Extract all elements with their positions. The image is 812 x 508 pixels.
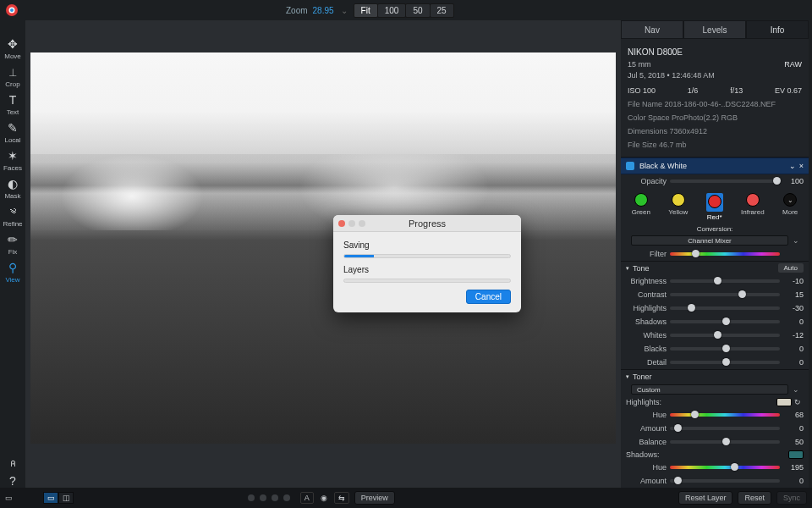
progress-label-layers: Layers <box>343 265 511 274</box>
hi-hue-slider[interactable]: Hue68 <box>621 408 809 422</box>
fix-icon: ✏ <box>8 233 18 246</box>
tone-brightness-slider[interactable]: Brightness-10 <box>621 274 809 288</box>
mask-icon: ◐ <box>8 177 18 190</box>
tool-move[interactable]: ✥Move <box>0 37 25 60</box>
opacity-slider[interactable]: Opacity 100 <box>621 174 809 188</box>
circle-icon[interactable]: ◉ <box>321 494 327 502</box>
close-adjustment-icon[interactable]: × <box>799 162 804 170</box>
zoom-dropdown-icon[interactable]: ⌄ <box>341 6 348 15</box>
shadow-color-swatch[interactable] <box>788 450 804 459</box>
conversion-method-select[interactable]: Channel Mixer⌄ <box>621 234 809 247</box>
highlight-color-swatch[interactable] <box>776 398 792 406</box>
swatch-yellow[interactable]: Yellow <box>668 193 688 221</box>
app-logo <box>0 3 24 17</box>
cancel-button[interactable]: Cancel <box>466 290 511 304</box>
tab-levels[interactable]: Levels <box>683 20 746 39</box>
zoom-50-button[interactable]: 50 <box>405 3 430 18</box>
tool-fix[interactable]: ✏Fix <box>0 233 25 256</box>
tool-mask[interactable]: ◐Mask <box>0 177 25 200</box>
dot-2[interactable] <box>260 494 266 501</box>
right-rail: ⊞Browse ≡Edit ⤢Resize ∞Share ⇪Export <box>809 20 812 488</box>
swatch-green[interactable]: Green <box>632 193 650 221</box>
shutter-value: 1/6 <box>688 86 699 97</box>
preview-button[interactable]: Preview <box>354 491 395 505</box>
tab-info[interactable]: Info <box>746 20 809 39</box>
dot-3[interactable] <box>272 494 278 501</box>
chevron-down-icon: ⌄ <box>788 385 804 394</box>
zoom-100-button[interactable]: 100 <box>377 3 407 18</box>
color-space: Color Space ProPhoto(2.2) RGB <box>628 113 802 124</box>
sync-button[interactable]: Sync <box>776 491 807 505</box>
ev-value: EV 0.67 <box>775 86 802 97</box>
highlights-label-row: Highlights:↻ <box>621 396 809 408</box>
balance-slider[interactable]: Balance50 <box>621 435 809 449</box>
label-a-button[interactable]: A <box>300 492 314 504</box>
tab-nav[interactable]: Nav <box>621 20 683 39</box>
hi-amount-slider[interactable]: Amount0 <box>621 422 809 435</box>
tone-section[interactable]: ▾ToneAuto <box>621 261 809 274</box>
people-icon: ⩀ <box>10 456 16 469</box>
reset-button[interactable]: Reset <box>738 491 771 505</box>
file-size: File Size 46.7 mb <box>628 140 802 152</box>
close-icon[interactable] <box>338 220 345 227</box>
info-block: NIKON D800E 15 mmRAW Jul 5, 2018 • 12:46… <box>621 39 809 157</box>
svg-point-2 <box>10 8 14 12</box>
dialog-titlebar: Progress <box>333 215 521 232</box>
reset-layer-button[interactable]: Reset Layer <box>678 491 733 505</box>
chevron-down-icon[interactable]: ⌄ <box>789 162 796 170</box>
reset-icon[interactable]: ↻ <box>792 398 804 406</box>
camera-model: NIKON D800E <box>628 46 802 59</box>
compare-a-button[interactable]: ▭ <box>43 492 58 504</box>
tone-blacks-slider[interactable]: Blacks0 <box>621 342 809 356</box>
shadows-label-row: Shadows: <box>621 449 809 461</box>
auto-tone-button[interactable]: Auto <box>778 263 804 273</box>
tool-text[interactable]: TText <box>0 93 25 116</box>
toner-preset-select[interactable]: Custom⌄ <box>621 383 809 396</box>
toner-section[interactable]: ▾Toner <box>621 369 809 383</box>
people-button[interactable]: ⩀ <box>0 456 25 469</box>
single-view-icon[interactable]: ▭ <box>5 494 13 502</box>
capture-datetime: Jul 5, 2018 • 12:46:48 AM <box>628 70 802 82</box>
help-button[interactable]: ? <box>0 474 25 488</box>
tool-refine[interactable]: ༄Refine <box>0 205 25 228</box>
focal-length: 15 mm <box>628 60 651 69</box>
left-toolbar: ✥Move ⟂Crop TText ✎Local ✶Faces ◐Mask ༄R… <box>0 20 25 488</box>
tool-local[interactable]: ✎Local <box>0 121 25 144</box>
filter-slider[interactable]: Filter <box>621 247 809 261</box>
swatch-red[interactable]: Red* <box>706 193 723 221</box>
dot-1[interactable] <box>248 494 255 501</box>
image-canvas-area[interactable]: Progress Saving Layers Cancel <box>25 20 621 488</box>
adjustment-header[interactable]: Black & White ⌄ × <box>621 157 809 174</box>
faces-icon: ✶ <box>8 149 18 163</box>
sh-amount-slider[interactable]: Amount0 <box>621 474 809 488</box>
aperture-value: f/13 <box>730 86 743 97</box>
zoom-value[interactable]: 28.95 <box>313 6 334 15</box>
adjustment-toggle[interactable] <box>626 162 634 170</box>
tone-highlights-slider[interactable]: Highlights-30 <box>621 301 809 315</box>
dot-4[interactable] <box>283 494 290 501</box>
swatch-infrared[interactable]: Infrared <box>741 193 765 221</box>
dialog-title: Progress <box>409 218 446 229</box>
zoom-25-button[interactable]: 25 <box>430 3 454 18</box>
tool-view[interactable]: ⚲View <box>0 261 25 284</box>
minimize-icon <box>348 220 355 227</box>
window-titlebar: Zoom 28.95 ⌄ Fit 100 50 25 <box>0 0 812 20</box>
progress-bar-layers <box>343 279 511 283</box>
chevron-down-icon: ⌄ <box>788 236 804 245</box>
tool-crop[interactable]: ⟂Crop <box>0 65 25 88</box>
compare-arrows-icon[interactable]: ⇆ <box>334 492 349 504</box>
tone-whites-slider[interactable]: Whites-12 <box>621 329 809 342</box>
progress-label-saving: Saving <box>343 240 511 250</box>
file-name: File Name 2018-186-00-46-..DSC2248.NEF <box>628 99 802 111</box>
crop-icon: ⟂ <box>9 65 16 79</box>
tone-detail-slider[interactable]: Detail0 <box>621 356 809 369</box>
tone-contrast-slider[interactable]: Contrast15 <box>621 288 809 301</box>
iso-value: ISO 100 <box>628 86 656 97</box>
swatch-more[interactable]: ⌄More <box>782 193 798 221</box>
compare-b-button[interactable]: ◫ <box>58 492 74 504</box>
tool-faces[interactable]: ✶Faces <box>0 149 25 172</box>
sh-hue-slider[interactable]: Hue195 <box>621 461 809 474</box>
zoom-fit-button[interactable]: Fit <box>354 3 378 18</box>
dimensions: Dimensions 7360x4912 <box>628 126 802 138</box>
tone-shadows-slider[interactable]: Shadows0 <box>621 315 809 329</box>
